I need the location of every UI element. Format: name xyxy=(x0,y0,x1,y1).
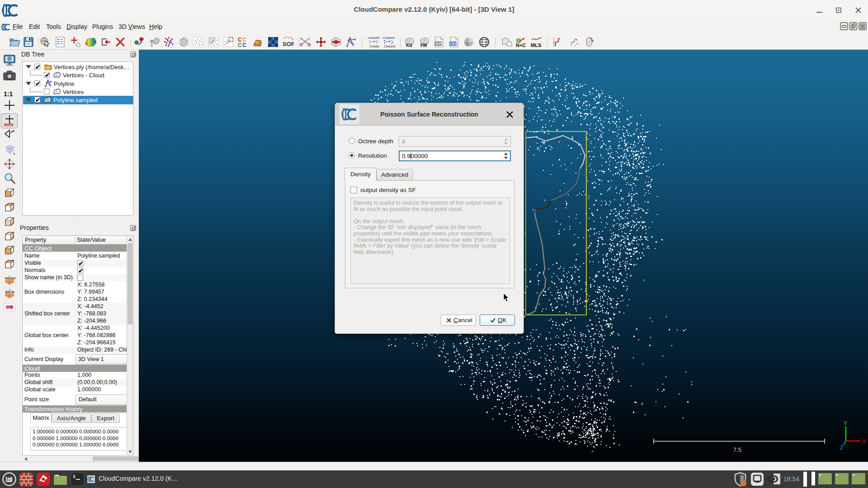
svg-text:C: C xyxy=(238,42,242,48)
svg-text:Kd: Kd xyxy=(406,43,412,48)
svg-text:CANUPO: CANUPO xyxy=(368,37,380,39)
svg-text:SHP: SHP xyxy=(435,42,442,45)
svg-text:FM: FM xyxy=(420,43,427,48)
svg-text:Classify: Classify xyxy=(384,44,396,48)
svg-text:N+C: N+C xyxy=(516,42,526,48)
svg-text:MLS: MLS xyxy=(531,42,541,48)
svg-text:SOR: SOR xyxy=(283,41,294,47)
svg-text:BACK: BACK xyxy=(5,291,14,294)
svg-text:Create: Create xyxy=(369,44,380,48)
svg-text:FRONT: FRONT xyxy=(5,277,16,280)
svg-text:$: $ xyxy=(73,474,75,479)
svg-text:CANUPO: CANUPO xyxy=(383,37,395,39)
svg-text:auto: auto xyxy=(4,122,14,127)
svg-text:C: C xyxy=(242,42,246,48)
svg-text:CSV: CSV xyxy=(450,42,457,45)
